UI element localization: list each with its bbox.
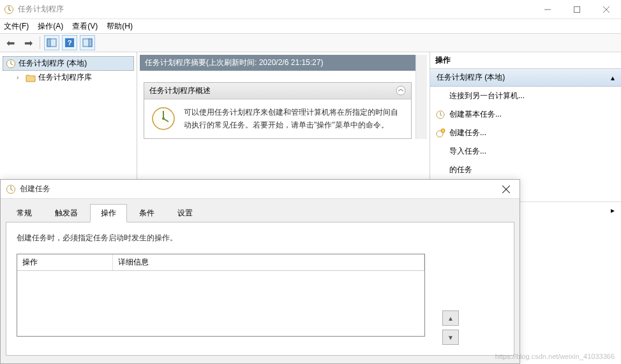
tab-triggers[interactable]: 触发器: [44, 204, 89, 222]
action-connect-computer[interactable]: 连接到另一台计算机...: [430, 87, 621, 105]
dialog-close-button[interactable]: [498, 181, 514, 198]
svg-rect-2: [574, 6, 580, 12]
svg-point-14: [162, 117, 165, 120]
overview-title: 任务计划程序概述: [149, 85, 211, 96]
move-up-button[interactable]: ▲: [442, 310, 459, 326]
actions-table[interactable]: 操作 详细信息: [17, 254, 425, 337]
dialog-title-left: 创建任务: [6, 184, 50, 194]
show-hide-action-pane-button[interactable]: [80, 35, 95, 50]
dialog-titlebar[interactable]: 创建任务: [1, 180, 520, 199]
toolbar: ⬅ ➡ ?: [0, 33, 621, 52]
action-label: 导入任务...: [449, 146, 486, 157]
menu-view[interactable]: 查看(V): [72, 21, 98, 32]
folder-icon: [26, 73, 36, 82]
dialog-icon: [6, 184, 16, 194]
action-label: 连接到另一台计算机...: [449, 91, 525, 101]
minimize-button[interactable]: [533, 0, 562, 19]
column-action[interactable]: 操作: [17, 254, 113, 270]
tab-actions[interactable]: 操作: [90, 204, 127, 222]
svg-rect-6: [47, 39, 50, 47]
help-button[interactable]: ?: [62, 35, 77, 50]
overview-body: 可以使用任务计划程序来创建和管理计算机将在所指定的时间自动执行的常见任务。若要开…: [144, 99, 411, 138]
tab-conditions[interactable]: 条件: [128, 204, 165, 222]
titlebar-left: 任务计划程序: [0, 4, 64, 15]
tree-root-label: 任务计划程序 (本地): [19, 58, 87, 69]
window-title: 任务计划程序: [18, 4, 64, 15]
collapse-triangle-icon[interactable]: ▴: [611, 73, 615, 82]
nav-back-button[interactable]: ⬅: [3, 35, 18, 50]
actions-panel-title: 操作: [430, 52, 621, 69]
tree-library[interactable]: › 任务计划程序库: [3, 71, 134, 84]
actions-group-title[interactable]: 任务计划程序 (本地) ▴: [430, 69, 621, 87]
expand-icon[interactable]: ›: [17, 74, 23, 81]
overview-title-bar[interactable]: 任务计划程序概述: [144, 83, 411, 99]
menu-action[interactable]: 操作(A): [38, 21, 63, 32]
svg-point-17: [441, 129, 445, 133]
new-task-icon: [435, 128, 445, 138]
menu-file[interactable]: 文件(F): [4, 21, 29, 32]
nav-forward-button[interactable]: ➡: [20, 35, 36, 50]
tab-general[interactable]: 常规: [6, 204, 43, 222]
tab-description: 创建任务时，必须指定任务启动时发生的操作。: [17, 233, 504, 244]
watermark: https://blog.csdn.net/weixin_41033366: [495, 353, 615, 360]
action-label: 的任务: [449, 164, 472, 175]
menu-bar: 文件(F) 操作(A) 查看(V) 帮助(H): [0, 19, 621, 33]
move-down-button[interactable]: ▼: [442, 330, 459, 345]
dialog-tabs: 常规 触发器 操作 条件 设置: [1, 199, 520, 222]
clock-icon: [6, 59, 16, 69]
window-titlebar: 任务计划程序: [0, 0, 621, 19]
collapse-icon[interactable]: [396, 85, 406, 96]
window-controls: [533, 0, 621, 19]
tree-root[interactable]: 任务计划程序 (本地): [3, 56, 134, 71]
svg-rect-10: [89, 39, 92, 47]
svg-point-12: [396, 86, 405, 95]
dialog-title: 创建任务: [20, 184, 50, 194]
svg-text:?: ?: [68, 39, 72, 47]
tree-library-label: 任务计划程序库: [38, 72, 92, 83]
clock-badge-icon: [435, 110, 445, 120]
action-label: 创建任务...: [449, 127, 486, 138]
column-details[interactable]: 详细信息: [113, 254, 424, 270]
create-task-dialog: 创建任务 常规 触发器 操作 条件 设置 创建任务时，必须指定任务启动时发生的操…: [0, 179, 520, 364]
action-create-basic-task[interactable]: 创建基本任务...: [430, 105, 621, 124]
action-label: 创建基本任务...: [449, 109, 502, 120]
menu-help[interactable]: 帮助(H): [107, 21, 133, 32]
summary-header: 任务计划程序摘要(上次刷新时间: 2020/2/6 21:15:27): [140, 55, 415, 71]
actions-table-header: 操作 详细信息: [17, 254, 424, 271]
tab-settings[interactable]: 设置: [167, 204, 204, 222]
actions-group-label: 任务计划程序 (本地): [437, 72, 505, 83]
overview-box: 任务计划程序概述 可以使用任务计划程序来创建和管理计算机将在所指定的时间自动执行…: [144, 82, 412, 139]
overview-text: 可以使用任务计划程序来创建和管理计算机将在所指定的时间自动执行的常见任务。若要开…: [184, 106, 405, 132]
action-partial-1[interactable]: 的任务: [430, 161, 621, 179]
reorder-buttons: ▲ ▼: [442, 310, 459, 345]
show-hide-console-tree-button[interactable]: [44, 35, 59, 50]
app-icon: [4, 4, 14, 15]
center-scrollbar[interactable]: [415, 55, 427, 139]
toolbar-separator: [40, 36, 40, 49]
action-create-task[interactable]: 创建任务...: [430, 124, 621, 142]
close-button[interactable]: [592, 0, 621, 19]
clock-large-icon: [151, 106, 176, 131]
chevron-right-icon: ▸: [611, 206, 615, 215]
maximize-button[interactable]: [562, 0, 592, 19]
tab-body: 创建任务时，必须指定任务启动时发生的操作。 操作 详细信息 ▲ ▼: [6, 222, 514, 356]
action-import-task[interactable]: 导入任务...: [430, 142, 621, 161]
